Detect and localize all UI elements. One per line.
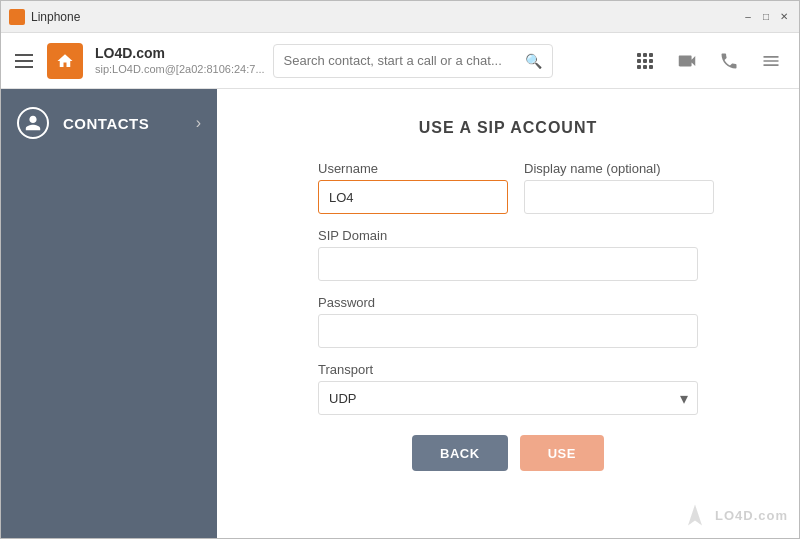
form-panel: USE A SIP ACCOUNT Username Display name … <box>217 89 799 538</box>
apps-grid-button[interactable] <box>627 43 663 79</box>
username-label: Username <box>318 161 508 176</box>
sidebar-toggle-button[interactable] <box>11 47 39 75</box>
home-icon <box>56 52 74 70</box>
form-title: USE A SIP ACCOUNT <box>419 119 598 137</box>
app-title: Linphone <box>31 10 741 24</box>
toolbar-left <box>11 43 83 79</box>
contacts-label: CONTACTS <box>63 115 182 132</box>
watermark-text: LO4D.com <box>715 508 788 523</box>
account-sip: sip:LO4D.com@[2a02:8106:24:7... <box>95 62 265 76</box>
sidebar: CONTACTS › <box>1 89 217 538</box>
display-name-label: Display name (optional) <box>524 161 714 176</box>
search-icon: 🔍 <box>525 53 542 69</box>
call-icon <box>719 51 739 71</box>
call-button[interactable] <box>711 43 747 79</box>
sip-domain-group: SIP Domain <box>318 228 698 281</box>
main-content: CONTACTS › USE A SIP ACCOUNT Username Di… <box>1 89 799 538</box>
sip-domain-label: SIP Domain <box>318 228 698 243</box>
account-name: LO4D.com <box>95 44 265 62</box>
title-bar: Linphone – □ ✕ <box>1 1 799 33</box>
menu-button[interactable] <box>753 43 789 79</box>
window-controls: – □ ✕ <box>741 10 791 24</box>
transport-group: Transport UDP TCP TLS DTLS ▾ <box>318 362 698 415</box>
watermark: LO4D.com <box>681 501 788 529</box>
video-call-button[interactable] <box>669 43 705 79</box>
display-name-group: Display name (optional) <box>524 161 714 214</box>
search-input[interactable] <box>284 53 519 68</box>
video-call-icon <box>676 50 698 72</box>
chevron-right-icon: › <box>196 114 201 132</box>
maximize-button[interactable]: □ <box>759 10 773 24</box>
hamburger-icon <box>761 51 781 71</box>
search-bar[interactable]: 🔍 <box>273 44 553 78</box>
grid-icon <box>637 53 653 69</box>
toolbar-right <box>627 43 789 79</box>
svg-marker-0 <box>688 505 702 526</box>
sip-domain-input[interactable] <box>318 247 698 281</box>
use-button[interactable]: USE <box>520 435 604 471</box>
contacts-avatar <box>17 107 49 139</box>
password-input[interactable] <box>318 314 698 348</box>
display-name-input[interactable] <box>524 180 714 214</box>
toolbar: LO4D.com sip:LO4D.com@[2a02:8106:24:7...… <box>1 33 799 89</box>
username-group: Username <box>318 161 508 214</box>
app-icon <box>9 9 25 25</box>
password-label: Password <box>318 295 698 310</box>
form-row-1: Username Display name (optional) <box>318 161 698 214</box>
form-inner: Username Display name (optional) SIP Dom… <box>318 161 698 471</box>
sidebar-item-contacts[interactable]: CONTACTS › <box>1 89 217 157</box>
transport-select-wrapper: UDP TCP TLS DTLS ▾ <box>318 381 698 415</box>
minimize-button[interactable]: – <box>741 10 755 24</box>
account-info: LO4D.com sip:LO4D.com@[2a02:8106:24:7... <box>95 44 265 76</box>
password-group: Password <box>318 295 698 348</box>
username-input[interactable] <box>318 180 508 214</box>
form-actions: BACK USE <box>318 435 698 471</box>
home-button[interactable] <box>47 43 83 79</box>
transport-select[interactable]: UDP TCP TLS DTLS <box>318 381 698 415</box>
back-button[interactable]: BACK <box>412 435 508 471</box>
close-button[interactable]: ✕ <box>777 10 791 24</box>
transport-label: Transport <box>318 362 698 377</box>
watermark-icon <box>681 501 709 529</box>
person-icon <box>24 114 42 132</box>
